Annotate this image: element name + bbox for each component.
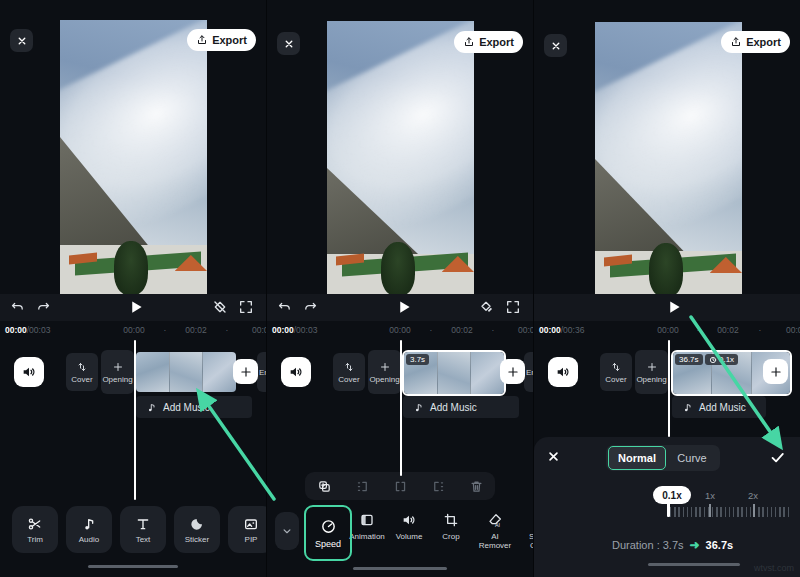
scissors-icon (27, 516, 43, 532)
redo-icon[interactable] (303, 300, 318, 315)
keyframe-disabled-icon[interactable] (212, 299, 228, 315)
fullscreen-icon[interactable] (505, 299, 521, 315)
toolbar-trim[interactable]: Trim (12, 506, 58, 553)
add-clip-button[interactable] (233, 359, 258, 384)
close-speed-panel-icon[interactable] (546, 449, 561, 464)
speed-slider[interactable] (670, 507, 792, 517)
pip-icon (243, 516, 259, 532)
speed-value-pill[interactable]: 0.1x (653, 486, 691, 504)
plus-icon (112, 361, 124, 373)
export-button[interactable]: Export (721, 31, 790, 53)
cover-button[interactable]: Cover (600, 353, 632, 391)
playback-bar (267, 294, 533, 321)
speed-icon (320, 518, 337, 535)
add-clip-button[interactable] (500, 359, 525, 384)
add-music-button[interactable]: Add Music (672, 396, 766, 418)
confirm-check-icon[interactable] (769, 449, 786, 466)
toolbar-volume[interactable]: Volume (391, 512, 427, 541)
copy-icon[interactable] (317, 479, 332, 494)
undo-icon[interactable] (277, 300, 292, 315)
tab-normal[interactable]: Normal (608, 446, 666, 470)
speed-slider-cursor[interactable] (667, 500, 670, 517)
redo-icon[interactable] (36, 300, 51, 315)
speed-panel: Normal Curve 0.1x 1x 2x Duration : 3.7s … (534, 437, 800, 577)
toolbar-pip[interactable]: PIP (228, 506, 266, 553)
add-music-button[interactable]: Add Music (403, 396, 519, 418)
village-image (60, 245, 207, 295)
cover-icon (610, 361, 622, 373)
toolbar-audio[interactable]: Audio (66, 506, 112, 553)
ruler-dot: · (759, 325, 762, 335)
playhead[interactable] (400, 340, 402, 476)
toolbar-text[interactable]: Text (120, 506, 166, 553)
chevron-down-icon (280, 524, 294, 538)
duration-arrow-icon: ➜ (690, 538, 700, 552)
plus-icon (769, 365, 783, 379)
speed-mode-tabs: Normal Curve (606, 445, 720, 471)
trim-left-icon[interactable] (355, 479, 370, 494)
toolbar-smart-cutout-partial[interactable]: SmCu (520, 512, 533, 550)
export-button[interactable]: Export (454, 31, 523, 53)
ruler-label[interactable]: 00:00 (657, 325, 678, 335)
ending-button[interactable]: En (257, 352, 266, 392)
add-music-button[interactable]: Add Music (136, 396, 252, 418)
play-button[interactable] (127, 298, 145, 316)
mute-button[interactable] (548, 357, 578, 387)
split-icon[interactable] (393, 479, 408, 494)
collapse-toolbar-button[interactable] (275, 512, 299, 550)
toolbar-ai-remover[interactable]: AIRemover (475, 512, 515, 550)
playhead[interactable] (668, 340, 670, 437)
village-image (327, 254, 474, 296)
cover-button[interactable]: Cover (66, 353, 98, 391)
playhead[interactable] (134, 340, 136, 500)
ruler-label[interactable]: 00:00 (123, 325, 144, 335)
toolbar-sticker[interactable]: Sticker (174, 506, 220, 553)
play-button[interactable] (665, 298, 683, 316)
video-clip[interactable] (136, 352, 236, 392)
add-clip-button[interactable] (763, 359, 788, 384)
clock-icon (709, 356, 717, 364)
home-indicator (648, 563, 740, 566)
close-icon[interactable] (544, 34, 567, 57)
ruler-dot: · (697, 325, 700, 335)
ruler-label: 00:0 (786, 325, 800, 335)
close-icon[interactable] (10, 29, 33, 52)
text-icon (135, 516, 151, 532)
ruler-label[interactable]: 00:00 (389, 325, 410, 335)
speaker-icon (21, 364, 37, 380)
opening-button[interactable]: Opening (635, 350, 668, 394)
trim-right-icon[interactable] (431, 479, 446, 494)
opening-button[interactable]: Opening (101, 350, 134, 394)
video-preview (60, 20, 207, 295)
cover-icon (76, 361, 88, 373)
undo-icon[interactable] (10, 300, 25, 315)
new-duration-value: 36.7s (706, 539, 734, 551)
ruler-label[interactable]: 00:02 (717, 325, 738, 335)
delete-icon[interactable] (469, 479, 484, 494)
fullscreen-icon[interactable] (238, 299, 254, 315)
ruler-dot: · (226, 325, 229, 335)
opening-button[interactable]: Opening (368, 350, 401, 394)
playback-bar (534, 294, 800, 321)
ruler-label[interactable]: 00:02 (451, 325, 472, 335)
ending-button[interactable]: En (524, 352, 533, 392)
video-preview (595, 22, 742, 297)
ruler-label[interactable]: 00:02 (185, 325, 206, 335)
plus-icon (379, 361, 391, 373)
toolbar-speed-highlighted[interactable]: Speed (304, 505, 352, 561)
cover-icon (343, 361, 355, 373)
timecode: 00:00/00:03 (272, 325, 317, 335)
tab-curve[interactable]: Curve (666, 447, 718, 469)
keyframe-icon[interactable] (479, 299, 495, 315)
play-button[interactable] (395, 298, 413, 316)
village-image (595, 251, 742, 297)
close-icon[interactable] (277, 32, 300, 55)
mute-button[interactable] (14, 357, 44, 387)
clip-action-row (305, 472, 495, 500)
cover-button[interactable]: Cover (333, 353, 365, 391)
toolbar-crop[interactable]: Crop (433, 512, 469, 541)
mute-button[interactable] (281, 357, 311, 387)
tutorial-screenshot: AI Export 00:00/00:03 00:00 · 00:02 · 00… (0, 0, 800, 577)
speaker-icon (555, 364, 571, 380)
export-button[interactable]: Export (187, 29, 256, 51)
